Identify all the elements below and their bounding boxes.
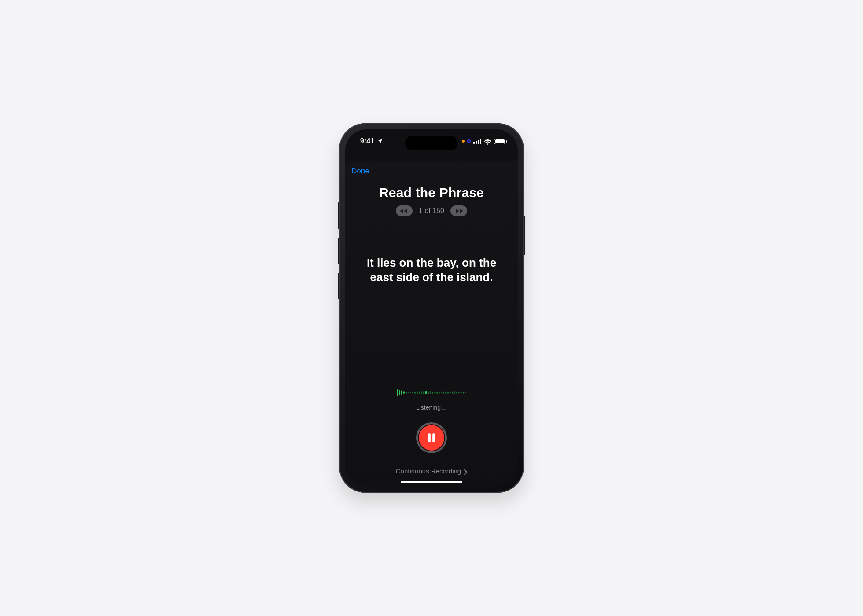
recording-mode-button[interactable]: Continuous Recording (345, 467, 518, 475)
status-left: 9:41 (360, 137, 383, 145)
svg-rect-0 (428, 433, 430, 442)
wifi-icon (484, 139, 491, 144)
page-title: Read the Phrase (345, 185, 518, 200)
header: Read the Phrase 1 of 150 (345, 185, 518, 216)
recording-status: Listening… (345, 404, 518, 411)
phone-screen: 9:41 (345, 129, 518, 487)
audio-waveform (345, 387, 518, 398)
home-indicator[interactable] (401, 481, 462, 483)
nav-bar: Done (345, 161, 518, 181)
previous-phrase-button[interactable] (396, 205, 413, 216)
pause-icon (426, 432, 437, 444)
rewind-icon (400, 208, 409, 214)
modal-sheet: Done Read the Phrase 1 of 150 (345, 161, 518, 487)
svg-rect-1 (432, 433, 435, 442)
done-button[interactable]: Done (351, 167, 369, 176)
recording-mode-label: Continuous Recording (396, 467, 461, 475)
location-icon (377, 138, 383, 144)
dynamic-island (405, 136, 458, 150)
battery-icon (494, 139, 505, 144)
phrase-counter: 1 of 150 (419, 207, 444, 215)
phrase-text: It lies on the bay, on the east side of … (356, 256, 507, 284)
privacy-indicator-camera-icon (467, 139, 471, 143)
chevron-right-icon (464, 469, 467, 474)
next-phrase-button[interactable] (450, 205, 467, 216)
phone-frame: 9:41 (339, 123, 524, 493)
stage: 9:41 (147, 105, 716, 511)
phrase-container: It lies on the bay, on the east side of … (345, 256, 518, 284)
status-right (462, 139, 505, 144)
status-time: 9:41 (360, 137, 374, 145)
phrase-counter-row: 1 of 150 (345, 205, 518, 216)
privacy-indicator-mic-icon (462, 140, 465, 143)
pause-recording-button[interactable] (416, 422, 447, 453)
cellular-icon (473, 139, 481, 144)
fast-forward-icon (454, 208, 463, 214)
